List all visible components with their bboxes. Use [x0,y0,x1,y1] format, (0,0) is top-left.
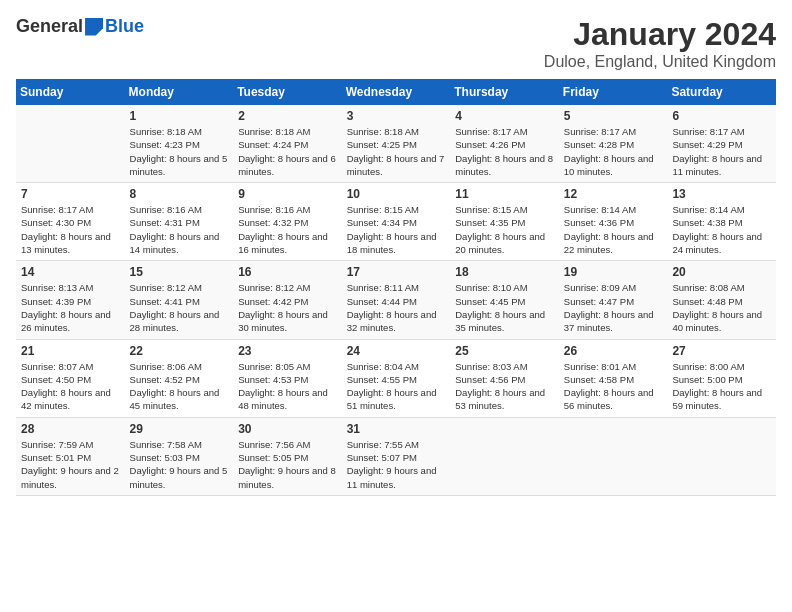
day-number: 6 [672,109,771,123]
day-info: Sunrise: 8:05 AMSunset: 4:53 PMDaylight:… [238,360,337,413]
day-info: Sunrise: 8:10 AMSunset: 4:45 PMDaylight:… [455,281,554,334]
day-info: Sunrise: 8:07 AMSunset: 4:50 PMDaylight:… [21,360,120,413]
column-header-saturday: Saturday [667,79,776,105]
day-info: Sunrise: 8:15 AMSunset: 4:34 PMDaylight:… [347,203,446,256]
week-row-5: 28Sunrise: 7:59 AMSunset: 5:01 PMDayligh… [16,417,776,495]
day-info: Sunrise: 8:15 AMSunset: 4:35 PMDaylight:… [455,203,554,256]
day-info: Sunrise: 8:16 AMSunset: 4:32 PMDaylight:… [238,203,337,256]
calendar-cell: 3Sunrise: 8:18 AMSunset: 4:25 PMDaylight… [342,105,451,183]
day-info: Sunrise: 8:17 AMSunset: 4:28 PMDaylight:… [564,125,663,178]
calendar-cell: 16Sunrise: 8:12 AMSunset: 4:42 PMDayligh… [233,261,342,339]
day-number: 12 [564,187,663,201]
day-info: Sunrise: 8:14 AMSunset: 4:38 PMDaylight:… [672,203,771,256]
calendar-cell: 23Sunrise: 8:05 AMSunset: 4:53 PMDayligh… [233,339,342,417]
day-number: 30 [238,422,337,436]
location-text: Duloe, England, United Kingdom [544,53,776,71]
day-number: 5 [564,109,663,123]
calendar-cell: 20Sunrise: 8:08 AMSunset: 4:48 PMDayligh… [667,261,776,339]
day-info: Sunrise: 8:14 AMSunset: 4:36 PMDaylight:… [564,203,663,256]
column-header-friday: Friday [559,79,668,105]
calendar-cell: 15Sunrise: 8:12 AMSunset: 4:41 PMDayligh… [125,261,234,339]
day-number: 27 [672,344,771,358]
day-number: 13 [672,187,771,201]
column-header-wednesday: Wednesday [342,79,451,105]
day-info: Sunrise: 7:55 AMSunset: 5:07 PMDaylight:… [347,438,446,491]
calendar-cell: 18Sunrise: 8:10 AMSunset: 4:45 PMDayligh… [450,261,559,339]
day-info: Sunrise: 7:56 AMSunset: 5:05 PMDaylight:… [238,438,337,491]
day-info: Sunrise: 8:17 AMSunset: 4:26 PMDaylight:… [455,125,554,178]
day-number: 18 [455,265,554,279]
day-number: 16 [238,265,337,279]
day-info: Sunrise: 8:12 AMSunset: 4:42 PMDaylight:… [238,281,337,334]
calendar-table: SundayMondayTuesdayWednesdayThursdayFrid… [16,79,776,496]
day-info: Sunrise: 8:01 AMSunset: 4:58 PMDaylight:… [564,360,663,413]
calendar-cell: 8Sunrise: 8:16 AMSunset: 4:31 PMDaylight… [125,183,234,261]
week-row-2: 7Sunrise: 8:17 AMSunset: 4:30 PMDaylight… [16,183,776,261]
calendar-cell [16,105,125,183]
month-title: January 2024 [544,16,776,53]
day-info: Sunrise: 8:16 AMSunset: 4:31 PMDaylight:… [130,203,229,256]
day-info: Sunrise: 8:06 AMSunset: 4:52 PMDaylight:… [130,360,229,413]
column-header-tuesday: Tuesday [233,79,342,105]
day-number: 17 [347,265,446,279]
day-info: Sunrise: 7:58 AMSunset: 5:03 PMDaylight:… [130,438,229,491]
calendar-cell: 7Sunrise: 8:17 AMSunset: 4:30 PMDaylight… [16,183,125,261]
day-number: 9 [238,187,337,201]
calendar-cell: 12Sunrise: 8:14 AMSunset: 4:36 PMDayligh… [559,183,668,261]
calendar-cell [667,417,776,495]
calendar-cell: 21Sunrise: 8:07 AMSunset: 4:50 PMDayligh… [16,339,125,417]
day-number: 23 [238,344,337,358]
calendar-cell: 1Sunrise: 8:18 AMSunset: 4:23 PMDaylight… [125,105,234,183]
day-number: 26 [564,344,663,358]
day-info: Sunrise: 7:59 AMSunset: 5:01 PMDaylight:… [21,438,120,491]
day-info: Sunrise: 8:08 AMSunset: 4:48 PMDaylight:… [672,281,771,334]
day-info: Sunrise: 8:13 AMSunset: 4:39 PMDaylight:… [21,281,120,334]
title-block: January 2024 Duloe, England, United King… [544,16,776,71]
day-info: Sunrise: 8:11 AMSunset: 4:44 PMDaylight:… [347,281,446,334]
column-header-monday: Monday [125,79,234,105]
day-info: Sunrise: 8:00 AMSunset: 5:00 PMDaylight:… [672,360,771,413]
day-number: 29 [130,422,229,436]
day-number: 15 [130,265,229,279]
day-info: Sunrise: 8:12 AMSunset: 4:41 PMDaylight:… [130,281,229,334]
day-info: Sunrise: 8:18 AMSunset: 4:23 PMDaylight:… [130,125,229,178]
calendar-cell: 14Sunrise: 8:13 AMSunset: 4:39 PMDayligh… [16,261,125,339]
day-info: Sunrise: 8:18 AMSunset: 4:25 PMDaylight:… [347,125,446,178]
calendar-cell: 29Sunrise: 7:58 AMSunset: 5:03 PMDayligh… [125,417,234,495]
calendar-cell: 11Sunrise: 8:15 AMSunset: 4:35 PMDayligh… [450,183,559,261]
day-number: 10 [347,187,446,201]
calendar-cell: 26Sunrise: 8:01 AMSunset: 4:58 PMDayligh… [559,339,668,417]
day-number: 28 [21,422,120,436]
day-info: Sunrise: 8:09 AMSunset: 4:47 PMDaylight:… [564,281,663,334]
day-number: 19 [564,265,663,279]
week-row-4: 21Sunrise: 8:07 AMSunset: 4:50 PMDayligh… [16,339,776,417]
day-number: 24 [347,344,446,358]
week-row-3: 14Sunrise: 8:13 AMSunset: 4:39 PMDayligh… [16,261,776,339]
calendar-cell [559,417,668,495]
page-header: General Blue January 2024 Duloe, England… [16,16,776,71]
calendar-cell: 6Sunrise: 8:17 AMSunset: 4:29 PMDaylight… [667,105,776,183]
day-number: 20 [672,265,771,279]
day-info: Sunrise: 8:17 AMSunset: 4:30 PMDaylight:… [21,203,120,256]
logo-blue-text: Blue [105,16,144,37]
day-info: Sunrise: 8:03 AMSunset: 4:56 PMDaylight:… [455,360,554,413]
calendar-cell: 31Sunrise: 7:55 AMSunset: 5:07 PMDayligh… [342,417,451,495]
calendar-cell: 25Sunrise: 8:03 AMSunset: 4:56 PMDayligh… [450,339,559,417]
day-number: 31 [347,422,446,436]
calendar-cell: 28Sunrise: 7:59 AMSunset: 5:01 PMDayligh… [16,417,125,495]
calendar-cell: 22Sunrise: 8:06 AMSunset: 4:52 PMDayligh… [125,339,234,417]
calendar-cell: 30Sunrise: 7:56 AMSunset: 5:05 PMDayligh… [233,417,342,495]
day-number: 1 [130,109,229,123]
day-info: Sunrise: 8:18 AMSunset: 4:24 PMDaylight:… [238,125,337,178]
calendar-cell: 9Sunrise: 8:16 AMSunset: 4:32 PMDaylight… [233,183,342,261]
day-number: 8 [130,187,229,201]
calendar-cell: 10Sunrise: 8:15 AMSunset: 4:34 PMDayligh… [342,183,451,261]
calendar-cell [450,417,559,495]
calendar-cell: 19Sunrise: 8:09 AMSunset: 4:47 PMDayligh… [559,261,668,339]
calendar-cell: 27Sunrise: 8:00 AMSunset: 5:00 PMDayligh… [667,339,776,417]
logo: General Blue [16,16,144,37]
day-number: 2 [238,109,337,123]
header-row: SundayMondayTuesdayWednesdayThursdayFrid… [16,79,776,105]
calendar-cell: 5Sunrise: 8:17 AMSunset: 4:28 PMDaylight… [559,105,668,183]
column-header-thursday: Thursday [450,79,559,105]
